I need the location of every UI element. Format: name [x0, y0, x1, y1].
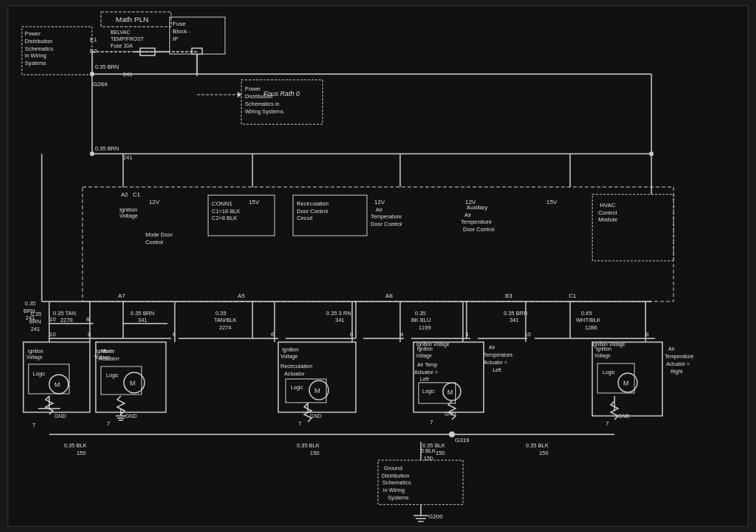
svg-text:C1: C1: [569, 292, 576, 299]
svg-text:BK BLU: BK BLU: [411, 317, 431, 323]
svg-text:E2: E2: [90, 48, 98, 54]
svg-text:Door Control: Door Control: [297, 208, 329, 215]
svg-text:Voltage: Voltage: [26, 354, 43, 360]
svg-text:Air Temp: Air Temp: [417, 362, 438, 368]
svg-text:BELVAC: BELVAC: [110, 29, 130, 35]
svg-text:Ignition: Ignition: [282, 347, 299, 353]
svg-text:Air: Air: [464, 212, 472, 218]
svg-text:0.65: 0.65: [581, 310, 592, 317]
svg-text:150: 150: [435, 450, 445, 456]
svg-text:Left: Left: [492, 367, 500, 373]
svg-text:Logic: Logic: [291, 385, 304, 391]
svg-text:Fuse 10A: Fuse 10A: [110, 43, 133, 48]
svg-text:241: 241: [123, 71, 132, 78]
svg-point-238: [90, 152, 94, 156]
svg-text:Door Control: Door Control: [370, 221, 402, 227]
svg-text:0.35 BRN: 0.35 BRN: [95, 63, 119, 70]
svg-text:0.35 TAN: 0.35 TAN: [53, 310, 76, 317]
svg-text:in Wiring: in Wiring: [25, 52, 46, 59]
svg-text:Power: Power: [245, 85, 261, 92]
svg-text:Block -: Block -: [172, 28, 191, 35]
svg-text:A7: A7: [118, 292, 125, 299]
svg-text:CONN1: CONN1: [212, 200, 232, 207]
svg-text:TAN/BLK: TAN/BLK: [214, 317, 237, 323]
svg-text:Circuit: Circuit: [297, 215, 313, 221]
svg-text:G264: G264: [93, 81, 108, 88]
svg-text:0.35 BRN: 0.35 BRN: [95, 145, 119, 152]
svg-text:Voltage: Voltage: [416, 353, 432, 359]
svg-text:8: 8: [88, 331, 91, 338]
svg-text:0.35: 0.35: [215, 310, 226, 317]
svg-text:Ignition: Ignition: [96, 348, 112, 354]
svg-text:HVAC: HVAC: [600, 202, 615, 209]
svg-text:E1: E1: [90, 36, 98, 43]
svg-text:0.35 BRN: 0.35 BRN: [503, 310, 528, 317]
svg-text:5 BLK: 5 BLK: [421, 447, 436, 454]
svg-text:Fuse: Fuse: [172, 20, 185, 27]
svg-text:Ignition: Ignition: [119, 206, 138, 213]
svg-text:C2=8 BLK: C2=8 BLK: [212, 215, 237, 221]
svg-text:Actuator =: Actuator =: [666, 361, 689, 367]
svg-text:Logic: Logic: [106, 373, 119, 379]
svg-text:Voltage: Voltage: [94, 354, 111, 360]
svg-text:Actuator =: Actuator =: [484, 360, 507, 365]
svg-text:Schematics: Schematics: [383, 479, 411, 486]
svg-text:Actuator: Actuator: [284, 370, 305, 377]
svg-text:12V: 12V: [374, 199, 386, 206]
svg-text:8: 8: [86, 316, 89, 323]
svg-text:Temperature: Temperature: [484, 352, 513, 358]
svg-text:341: 341: [510, 317, 519, 323]
svg-text:Control: Control: [145, 239, 163, 246]
svg-text:M: M: [314, 387, 320, 394]
svg-text:0.35: 0.35: [415, 310, 426, 317]
svg-text:6: 6: [350, 331, 353, 338]
svg-text:15V: 15V: [249, 199, 260, 206]
svg-text:241: 241: [31, 326, 40, 332]
svg-text:1286: 1286: [585, 324, 597, 331]
svg-text:Control: Control: [598, 209, 617, 216]
svg-text:Actuator =: Actuator =: [414, 370, 438, 375]
wiring-diagram: Math PLN Power Distribution Schematics i…: [8, 5, 748, 527]
svg-text:7: 7: [33, 422, 36, 428]
svg-text:Left: Left: [420, 376, 429, 382]
svg-text:Ignition: Ignition: [596, 346, 612, 352]
svg-text:341: 341: [335, 317, 344, 323]
svg-text:241: 241: [123, 154, 132, 161]
svg-text:Door Control: Door Control: [463, 226, 494, 233]
svg-text:0.35 BLK: 0.35 BLK: [64, 442, 87, 449]
svg-text:0.35 BRN: 0.35 BRN: [131, 310, 155, 317]
svg-text:341: 341: [138, 317, 147, 323]
svg-text:Logic: Logic: [423, 388, 435, 394]
svg-text:Ignition Voltage: Ignition Voltage: [417, 342, 450, 348]
svg-text:G319: G319: [455, 437, 469, 444]
svg-text:0.35 BLK: 0.35 BLK: [525, 442, 548, 449]
svg-text:2274: 2274: [219, 324, 231, 331]
svg-text:Air: Air: [668, 346, 675, 351]
svg-text:7: 7: [429, 419, 432, 425]
svg-text:Temperature: Temperature: [370, 213, 401, 220]
svg-text:0.35 BLK: 0.35 BLK: [297, 442, 320, 449]
svg-text:M: M: [130, 379, 135, 387]
svg-text:Voltage: Voltage: [280, 354, 298, 360]
svg-rect-0: [8, 6, 747, 526]
svg-text:1199: 1199: [419, 324, 431, 331]
svg-text:Auxiliary: Auxiliary: [466, 204, 488, 211]
svg-text:15V: 15V: [547, 199, 558, 206]
svg-text:Temperature: Temperature: [460, 218, 491, 225]
svg-text:10: 10: [49, 331, 56, 338]
svg-text:A8: A8: [386, 292, 393, 299]
svg-text:12V: 12V: [149, 199, 160, 206]
svg-point-239: [649, 152, 654, 156]
svg-text:0.35 3 RN: 0.35 3 RN: [327, 310, 352, 317]
svg-text:in Wiring: in Wiring: [383, 487, 404, 493]
svg-text:Power: Power: [25, 30, 41, 37]
svg-text:Math PLN: Math PLN: [116, 15, 148, 23]
svg-text:Systems: Systems: [388, 494, 409, 501]
svg-text:4: 4: [400, 331, 404, 338]
svg-point-193: [449, 431, 455, 438]
svg-text:BRN: BRN: [23, 308, 35, 314]
svg-text:Distribution: Distribution: [382, 472, 410, 479]
svg-text:M: M: [623, 379, 628, 387]
svg-text:Wiring Systems: Wiring Systems: [245, 108, 284, 115]
svg-text:Distribution: Distribution: [25, 38, 53, 45]
